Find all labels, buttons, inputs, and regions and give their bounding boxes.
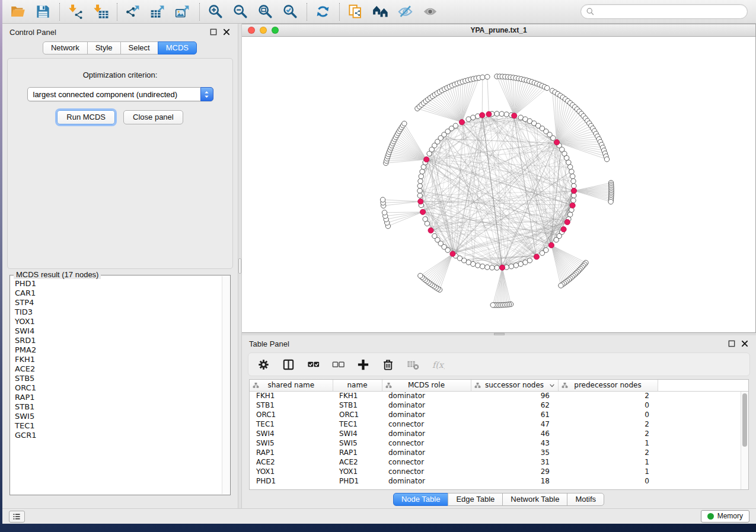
- add-column-button[interactable]: [355, 357, 371, 373]
- hide-selected-button[interactable]: [395, 2, 416, 22]
- table-row[interactable]: TEC1TEC1connector472: [250, 419, 748, 429]
- refresh-view-button[interactable]: [313, 2, 333, 22]
- mcds-result-item[interactable]: PMA2: [15, 345, 218, 355]
- table-cell: dominator: [382, 448, 471, 457]
- table-cell: PHD1: [333, 476, 382, 486]
- export-network-button[interactable]: [123, 2, 143, 22]
- float-panel-icon[interactable]: [209, 28, 218, 36]
- table-row[interactable]: SWI5SWI5connector431: [250, 438, 748, 448]
- mcds-result-item[interactable]: STB5: [15, 374, 218, 383]
- save-session-button[interactable]: [33, 2, 53, 22]
- memory-button[interactable]: Memory: [701, 510, 749, 523]
- select-all-rows-button[interactable]: [305, 357, 321, 373]
- float-panel-icon[interactable]: [728, 339, 736, 348]
- row-filler: [658, 419, 748, 429]
- table-row[interactable]: PHD1PHD1dominator180: [250, 476, 748, 486]
- delete-columns-button[interactable]: [380, 357, 396, 373]
- network-canvas[interactable]: [242, 37, 755, 332]
- table-cell: SWI4: [250, 429, 333, 438]
- table-row[interactable]: SWI4SWI4dominator462: [250, 429, 748, 438]
- table-row[interactable]: STB1STB1dominator620: [250, 400, 748, 410]
- vertical-splitter[interactable]: [238, 24, 242, 508]
- close-panel-icon[interactable]: [222, 28, 231, 36]
- shared-column-icon: [253, 382, 259, 389]
- zoom-in-button[interactable]: [206, 2, 226, 22]
- table-cell: ORC1: [250, 410, 333, 419]
- show-all-icon: [422, 4, 438, 20]
- horizontal-splitter[interactable]: [242, 333, 756, 335]
- mcds-result-item[interactable]: STP4: [15, 298, 218, 307]
- mcds-result-item[interactable]: RAP1: [15, 393, 218, 402]
- hide-selected-icon: [397, 4, 413, 20]
- window-minimize-dot[interactable]: [260, 27, 267, 34]
- zoom-selected-button[interactable]: [280, 2, 301, 22]
- tab-network[interactable]: Network: [43, 41, 88, 55]
- mcds-result-item[interactable]: FKH1: [15, 355, 218, 364]
- column-label: MCDS role: [408, 381, 445, 389]
- mcds-result-item[interactable]: ACE2: [15, 364, 218, 374]
- duplicate-network-button[interactable]: [346, 2, 366, 22]
- table-cell: 1: [558, 457, 658, 467]
- mcds-result-item[interactable]: TEC1: [15, 421, 218, 431]
- toolbar-separator: [307, 3, 307, 21]
- zoom-fit-button[interactable]: [256, 2, 276, 22]
- tab-select[interactable]: Select: [120, 41, 158, 55]
- table-settings-button[interactable]: [256, 357, 272, 373]
- mcds-result-item[interactable]: TID3: [15, 307, 218, 317]
- tab-node-table[interactable]: Node Table: [393, 493, 449, 506]
- table-row[interactable]: RAP1RAP1dominator352: [250, 448, 748, 457]
- table-row[interactable]: ACE2ACE2connector311: [250, 457, 748, 467]
- run-mcds-button[interactable]: Run MCDS: [57, 110, 115, 124]
- tab-style[interactable]: Style: [87, 41, 121, 55]
- search-input[interactable]: [580, 4, 748, 19]
- optimization-select[interactable]: largest connected component (undirected): [27, 87, 213, 101]
- mcds-result-item[interactable]: GCR1: [15, 431, 218, 440]
- toolbar-separator: [339, 3, 340, 21]
- toolbar-separator: [117, 3, 117, 21]
- control-panel-header: Control Panel: [2, 24, 238, 40]
- window-maximize-dot[interactable]: [272, 27, 279, 34]
- export-table-button[interactable]: [148, 2, 168, 22]
- table-row[interactable]: YOX1YOX1connector291: [250, 467, 748, 476]
- splitter-handle[interactable]: [238, 258, 241, 274]
- first-neighbors-button[interactable]: [371, 2, 391, 22]
- show-panels-button[interactable]: [9, 511, 25, 523]
- table-row[interactable]: FKH1FKH1dominator962: [250, 391, 748, 400]
- tab-edge-table[interactable]: Edge Table: [448, 493, 503, 506]
- table-row[interactable]: ORC1ORC1dominator610: [250, 410, 748, 419]
- table-cell: 2: [558, 419, 658, 429]
- mcds-result-item[interactable]: SWI5: [15, 412, 218, 421]
- column-header-name[interactable]: name: [333, 380, 382, 391]
- show-columns-button[interactable]: [280, 357, 296, 373]
- tab-mcds[interactable]: MCDS: [158, 41, 197, 55]
- splitter-handle[interactable]: [494, 333, 505, 335]
- tab-network-table[interactable]: Network Table: [502, 493, 567, 506]
- export-image-button[interactable]: [173, 2, 193, 22]
- mcds-result-item[interactable]: YOX1: [15, 317, 218, 326]
- column-header-shared-name[interactable]: shared name: [250, 380, 333, 391]
- import-network-button[interactable]: [66, 2, 86, 22]
- close-panel-icon[interactable]: [741, 339, 749, 348]
- zoom-out-button[interactable]: [231, 2, 251, 22]
- mcds-result-item[interactable]: SWI4: [15, 326, 218, 336]
- close-panel-button[interactable]: Close panel: [123, 110, 183, 124]
- open-file-button[interactable]: [8, 2, 28, 22]
- window-close-dot[interactable]: [248, 27, 255, 34]
- deselect-all-rows-button[interactable]: [330, 357, 346, 373]
- mcds-result-item[interactable]: SRD1: [15, 336, 218, 345]
- mcds-result-item[interactable]: ORC1: [15, 383, 218, 393]
- mcds-result-item[interactable]: CAR1: [15, 289, 218, 298]
- mcds-result-item[interactable]: PHD1: [15, 279, 218, 289]
- table-scrollbar[interactable]: [741, 392, 748, 489]
- result-scrollbar[interactable]: [222, 276, 229, 494]
- table-scrollbar-thumb[interactable]: [742, 393, 747, 447]
- network-window-titlebar[interactable]: YPA_prune.txt_1: [242, 24, 755, 37]
- column-header-MCDS-role[interactable]: MCDS role: [382, 380, 471, 391]
- delete-table-button: [405, 357, 421, 373]
- tab-motifs[interactable]: Motifs: [567, 493, 604, 506]
- column-header-predecessor-nodes[interactable]: predecessor nodes: [558, 380, 658, 391]
- show-all-button[interactable]: [420, 2, 441, 22]
- column-header-successor-nodes[interactable]: successor nodes: [471, 380, 558, 391]
- mcds-result-item[interactable]: STB1: [15, 402, 218, 412]
- import-table-button[interactable]: [91, 2, 111, 22]
